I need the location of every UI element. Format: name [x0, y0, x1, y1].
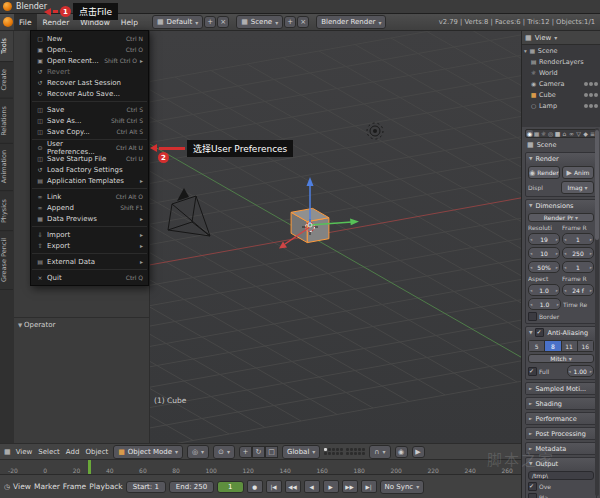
tab-scene-icon[interactable]: ☼	[540, 130, 547, 137]
menu-item-open[interactable]: ▣ Open... Ctrl O	[31, 44, 148, 55]
snap-selector[interactable]: ∩ ▾	[369, 445, 390, 459]
expand-arrow-icon[interactable]: ▾	[524, 48, 527, 54]
resolution-y-field[interactable]: 10	[528, 247, 560, 259]
properties-scrollbar-thumb[interactable]	[595, 130, 599, 240]
menu-item-export[interactable]: ⇧ Export ▸	[31, 240, 148, 251]
object-menu[interactable]: Object	[84, 448, 109, 456]
frame-end-field[interactable]: 250	[562, 247, 594, 259]
menu-item-user-preferences[interactable]: ⊙ User Preferences... Ctrl Alt U	[31, 142, 148, 153]
visibility-toggles[interactable]	[584, 104, 598, 108]
menu-item-save[interactable]: ◫ Save Ctrl S	[31, 104, 148, 115]
jump-to-start-button[interactable]: |◀	[266, 480, 282, 493]
outliner-item-label[interactable]: World	[539, 69, 558, 77]
output-path-field[interactable]: /tmp\	[528, 471, 594, 480]
tab-animation[interactable]: Animation	[0, 143, 13, 191]
mode-selector[interactable]: ■ Object Mode ▾	[113, 445, 183, 459]
viewport-3d[interactable]: (1) Cube	[150, 31, 521, 443]
visibility-toggles[interactable]	[584, 93, 598, 97]
outliner-item-label[interactable]: Lamp	[539, 102, 557, 110]
tab-modifiers-icon[interactable]: ∞	[568, 130, 575, 137]
tab-relations[interactable]: Relations	[0, 99, 13, 144]
next-keyframe-button[interactable]: ▶▶	[342, 480, 358, 493]
menu-item-link[interactable]: ∞ Link Ctrl Alt O	[31, 191, 148, 202]
post-processing-header[interactable]: Post Processing	[526, 428, 596, 439]
menu-item-application-templates[interactable]: ▤ Application Templates ▸	[31, 175, 148, 186]
menu-item-import[interactable]: ⇩ Import ▸	[31, 229, 148, 240]
menu-item-data-previews[interactable]: ▦ Data Previews ▸	[31, 213, 148, 224]
menu-item-save-copy[interactable]: ◫ Save Copy... Ctrl Alt S	[31, 126, 148, 137]
render-panel-header[interactable]: Render	[526, 153, 596, 164]
outliner-item-label[interactable]: Camera	[539, 80, 565, 88]
blender-menu-icon[interactable]	[3, 17, 13, 27]
menu-item-open-recent[interactable]: ▣ Open Recent... Shift Ctrl O ▸	[31, 55, 148, 66]
lamp-object[interactable]	[367, 123, 383, 139]
tab-data-icon[interactable]: ▽	[575, 130, 582, 137]
viewport-scene[interactable]	[150, 31, 521, 443]
add-menu[interactable]: Add	[65, 448, 81, 456]
aa-filter-selector[interactable]: Mitch ▾	[528, 354, 594, 363]
display-mode-selector[interactable]: Imag ▾	[561, 181, 594, 194]
outliner-display-mode[interactable]: View	[535, 34, 552, 42]
tab-tools[interactable]: Tools	[0, 31, 13, 62]
close-scene-button[interactable]: ×	[297, 16, 309, 28]
outliner-row-lamp[interactable]: ○ Lamp	[522, 100, 600, 111]
full-sample-checkbox[interactable]	[528, 367, 537, 376]
menu-item-revert[interactable]: ↺ Revert	[31, 66, 148, 77]
border-checkbox[interactable]	[528, 312, 537, 321]
orientation-selector[interactable]: Global ▾	[282, 445, 320, 459]
aa-samples-8-button[interactable]: 8	[545, 340, 561, 352]
play-reverse-button[interactable]: ◀	[304, 480, 320, 493]
tab-grease-pencil[interactable]: Grease Pencil	[0, 231, 13, 290]
tab-render-icon[interactable]: ◉	[526, 130, 533, 137]
timeline-marker-menu[interactable]: Marker	[34, 482, 60, 491]
visibility-toggles[interactable]	[584, 82, 598, 86]
performance-header[interactable]: Performance	[526, 413, 596, 424]
aa-samples-16-button[interactable]: 16	[578, 340, 594, 352]
render-animation-button[interactable]: ▶ Anim	[562, 166, 594, 179]
editor-type-3d-icon[interactable]: ▦	[4, 448, 11, 456]
auto-keyframe-button[interactable]: ●	[247, 480, 263, 493]
tab-object-icon[interactable]: ■	[554, 130, 561, 137]
current-frame-field[interactable]: 1	[217, 481, 243, 493]
add-layout-button[interactable]: +	[204, 16, 216, 28]
tab-create[interactable]: Create	[0, 62, 13, 99]
editor-type-outliner-icon[interactable]: ▦	[525, 34, 532, 42]
aa-samples-11-button[interactable]: 11	[562, 340, 578, 352]
outliner-row-camera[interactable]: ◉ Camera	[522, 78, 600, 89]
aa-size-field[interactable]: 1.00	[567, 365, 595, 377]
resolution-x-field[interactable]: 19	[528, 233, 560, 245]
start-frame-field[interactable]: Start: 1	[126, 481, 166, 493]
timeline-frame-menu[interactable]: Frame	[63, 482, 86, 491]
overwrite-checkbox[interactable]	[528, 482, 537, 491]
viewport-shading-selector[interactable]: ◎ ▾	[187, 445, 209, 459]
translate-manipulator-button[interactable]: +	[239, 446, 252, 458]
aa-samples-5-button[interactable]: 5	[528, 340, 545, 352]
outliner-row-scene[interactable]: ▾ ▦ Scene	[522, 45, 600, 56]
editor-type-timeline-icon[interactable]: ◷	[4, 483, 10, 491]
resolution-percent-field[interactable]: 50%	[528, 261, 560, 273]
rotate-manipulator-button[interactable]: ↻	[252, 446, 265, 458]
jump-to-end-button[interactable]: ▶|	[361, 480, 377, 493]
menu-item-append[interactable]: ∞ Append Shift F1	[31, 202, 148, 213]
tab-material-icon[interactable]: ◆	[582, 130, 589, 137]
placeholders-checkbox[interactable]	[528, 493, 537, 498]
timeline-playback-menu[interactable]: Playback	[89, 482, 122, 491]
timeline-view-menu[interactable]: View	[13, 482, 31, 491]
layer-toggles[interactable]	[324, 448, 365, 455]
menu-help[interactable]: Help	[116, 14, 143, 30]
add-scene-button[interactable]: +	[284, 16, 296, 28]
scene-selector[interactable]: ▦ Scene ▾	[236, 15, 283, 29]
end-frame-field[interactable]: End: 250	[169, 481, 214, 493]
outliner-item-label[interactable]: Cube	[539, 91, 556, 99]
tab-world-icon[interactable]: ◎	[547, 130, 554, 137]
screen-layout-selector[interactable]: ▦ Default ▾	[152, 15, 203, 29]
render-opengl-anim-button[interactable]: ▶	[412, 446, 425, 458]
tab-constraints-icon[interactable]: ⌂	[561, 130, 568, 137]
outliner-row-cube[interactable]: ■ Cube	[522, 89, 600, 100]
render-opengl-button[interactable]: ◉	[395, 446, 408, 458]
menu-item-load-factory-settings[interactable]: ↺ Load Factory Settings	[31, 164, 148, 175]
antialiasing-checkbox[interactable]	[535, 328, 544, 337]
render-preset-selector[interactable]: Render Pr ▾	[528, 213, 594, 222]
sampled-motion-header[interactable]: Sampled Moti...	[526, 383, 596, 394]
outliner-item-label[interactable]: Scene	[538, 47, 558, 55]
